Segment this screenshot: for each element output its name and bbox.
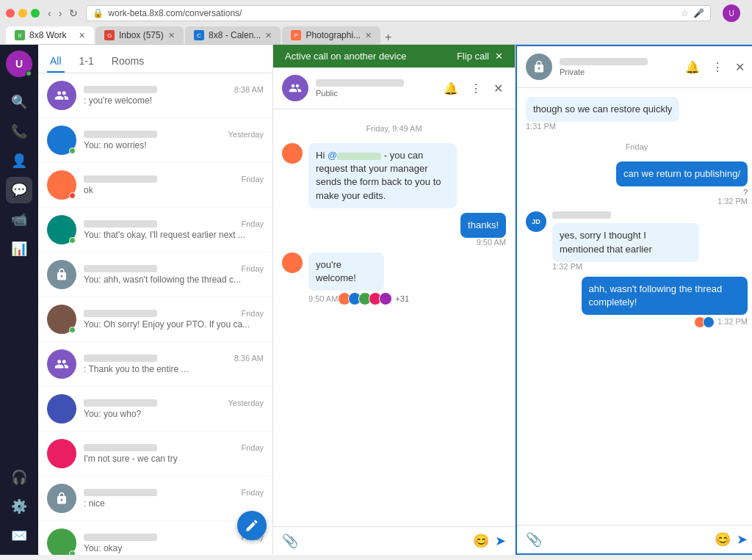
maximize-traffic-light[interactable] — [31, 9, 40, 18]
tab-1-1[interactable]: 1-1 — [76, 51, 97, 73]
refresh-button[interactable]: ↻ — [67, 7, 80, 19]
sidebar-search-button[interactable]: 🔍 — [6, 89, 32, 115]
conv-time: Yesterday — [228, 130, 264, 139]
message-row: Hi @ - you can request that your manager… — [282, 143, 506, 208]
tab-all[interactable]: All — [47, 51, 65, 73]
conv-info: Friday You: Oh sorry! Enjoy your PTO. If… — [84, 309, 264, 330]
user-avatar-browser[interactable]: U — [723, 4, 740, 22]
sidebar-settings-button[interactable]: ⚙️ — [6, 493, 32, 520]
close-chat-button-mid[interactable]: ✕ — [732, 59, 748, 76]
conv-info: Yesterday You: you who? — [84, 399, 264, 419]
chat-header-info-left: Public — [316, 79, 433, 98]
tab-close-inbox[interactable]: ✕ — [168, 31, 175, 40]
sidebar-mail-button[interactable]: ✉️ — [6, 523, 32, 549]
online-status-dot — [26, 70, 32, 76]
tab-favicon-inbox: G — [104, 30, 115, 40]
flip-call-button[interactable]: Flip call — [457, 51, 489, 62]
chat-input-left[interactable] — [304, 536, 467, 547]
list-item[interactable]: Friday You: ahh, wasn't following the th… — [38, 252, 272, 297]
close-chat-button[interactable]: ✕ — [491, 80, 506, 97]
attachment-button-mid[interactable]: 📎 — [526, 531, 542, 548]
minimize-traffic-light[interactable] — [18, 9, 27, 18]
message-row-sent: thanks! 9:50 AM — [282, 213, 506, 248]
avatar — [47, 349, 76, 379]
tab-close-8x8[interactable]: ✕ — [79, 31, 85, 40]
conv-name-blur — [84, 220, 157, 228]
sidebar-contacts-button[interactable]: 👤 — [6, 148, 32, 174]
more-options-button[interactable]: ⋮ — [467, 80, 485, 97]
sidebar-voicemail-button[interactable]: 📊 — [6, 236, 32, 262]
list-item[interactable]: 8:38 AM : you're welcome! — [38, 73, 272, 118]
reaction-row: 9:50 AM +31 — [308, 292, 409, 305]
tab-calendar[interactable]: C 8x8 - Calen... ✕ — [185, 26, 281, 44]
list-item[interactable]: Friday ok — [38, 163, 272, 208]
close-traffic-light[interactable] — [6, 9, 15, 18]
bookmark-icon: ☆ — [681, 8, 689, 18]
msg-avatar — [282, 143, 303, 164]
conv-info: Friday : nice — [84, 488, 264, 509]
conv-time: Friday — [241, 219, 264, 228]
forward-button[interactable]: › — [57, 7, 65, 19]
sender-name-blur — [552, 211, 611, 219]
msg-avatar-3: JD — [526, 211, 546, 232]
tab-inbox[interactable]: G Inbox (575) ✕ — [95, 26, 184, 44]
avatar — [47, 484, 76, 513]
chat-input-middle[interactable] — [548, 534, 709, 545]
date-separator: Friday, 9:49 AM — [282, 118, 506, 139]
tab-photo[interactable]: P Photographi... ✕ — [282, 26, 380, 44]
emoji-button-mid[interactable]: 😊 — [715, 531, 731, 548]
sidebar-video-button[interactable]: 📹 — [6, 206, 32, 233]
app-container: U 🔍 📞 👤 💬 📹 📊 🎧 ⚙️ ✉️ All 1-1 Rooms — [0, 45, 752, 555]
conv-time: Friday — [241, 309, 264, 318]
tab-8x8work[interactable]: 8 8x8 Work ✕ — [6, 26, 94, 44]
msg-bubble-received-2: you're welcome! — [308, 252, 384, 291]
list-item[interactable]: Friday I'm not sure - we can try — [38, 432, 272, 476]
tab-close-photo[interactable]: ✕ — [365, 31, 372, 40]
chat-input-area-left: 📎 😊 ➤ — [273, 526, 515, 555]
notification-button[interactable]: 🔔 — [441, 80, 461, 97]
back-button[interactable]: ‹ — [46, 7, 54, 19]
conv-name-blur — [84, 444, 157, 451]
list-item[interactable]: Friday : nice — [38, 476, 272, 521]
chat-avatar-left — [282, 75, 308, 101]
sidebar-headset-button[interactable]: 🎧 — [6, 464, 32, 490]
emoji-button[interactable]: 😊 — [473, 533, 489, 549]
chat-sub-left: Public — [316, 89, 433, 98]
address-bar[interactable]: 🔒 work-beta.8x8.com/conversations/ ☆ 🎤 — [86, 5, 711, 21]
mic-icon: 🎤 — [693, 8, 704, 18]
traffic-lights — [6, 9, 40, 18]
tab-rooms[interactable]: Rooms — [109, 51, 147, 73]
sidebar-phone-button[interactable]: 📞 — [6, 118, 32, 145]
sidebar-chat-button[interactable]: 💬 — [6, 177, 32, 203]
list-item[interactable]: Yesterday You: you who? — [38, 387, 272, 432]
avatar — [47, 81, 76, 110]
send-button[interactable]: ➤ — [495, 533, 506, 549]
list-item[interactable]: 8:36 AM : Thank you to the entire ... — [38, 342, 272, 387]
list-item[interactable]: Yesterday You: no worries! — [38, 118, 272, 163]
conv-preview: I'm not sure - we can try — [84, 454, 264, 464]
tab-label-inbox: Inbox (575) — [119, 30, 164, 40]
attachment-button[interactable]: 📎 — [282, 533, 298, 549]
chat-panel-middle: Private 🔔 ⋮ ✕ though so we can restore q… — [516, 45, 752, 555]
tab-label-photo: Photographi... — [306, 30, 361, 40]
msg-bubble-3: yes, sorry I thought I mentioned that ea… — [552, 223, 699, 261]
list-item[interactable]: Friday You: that's okay, I'll request ea… — [38, 208, 272, 252]
msg-col-3: yes, sorry I thought I mentioned that ea… — [552, 211, 748, 272]
chat-header-left: Public 🔔 ⋮ ✕ — [273, 68, 515, 109]
new-conversation-fab[interactable] — [237, 511, 267, 540]
user-avatar[interactable]: U — [6, 51, 32, 77]
avatar — [47, 170, 76, 200]
tab-label-cal: 8x8 - Calen... — [209, 30, 261, 40]
tab-close-cal[interactable]: ✕ — [265, 31, 272, 40]
new-tab-button[interactable]: + — [382, 31, 394, 44]
more-options-button-mid[interactable]: ⋮ — [709, 59, 726, 76]
list-item[interactable]: Friday You: Oh sorry! Enjoy your PTO. If… — [38, 297, 272, 342]
conv-list-wrapper: 8:38 AM : you're welcome! Yesterday — [38, 73, 272, 555]
tab-label: 8x8 Work — [29, 30, 66, 40]
conv-time: 8:38 AM — [234, 85, 264, 94]
send-button-mid[interactable]: ➤ — [737, 531, 748, 548]
notification-button-mid[interactable]: 🔔 — [682, 59, 703, 76]
msg-time-4: 1:32 PM — [717, 317, 748, 326]
tab-favicon-cal: C — [194, 30, 204, 40]
close-call-banner-icon[interactable]: ✕ — [495, 51, 503, 62]
